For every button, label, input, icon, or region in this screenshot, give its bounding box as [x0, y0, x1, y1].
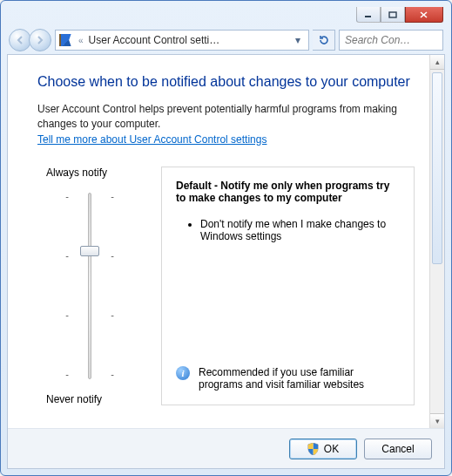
page-heading: Choose when to be notified about changes… [37, 74, 415, 90]
scrollbar-thumb[interactable] [432, 72, 442, 264]
client-area: Choose when to be notified about changes… [7, 54, 445, 469]
cancel-button[interactable]: Cancel [364, 439, 432, 459]
scroll-up-button[interactable]: ▴ [430, 55, 444, 70]
breadcrumb-chevron-icon: « [78, 36, 84, 45]
address-dropdown-icon[interactable]: ▾ [291, 34, 305, 46]
nav-toolbar: « User Account Control setti… ▾ Search C… [7, 26, 445, 54]
recommendation-text: Recommended if you use familiar programs… [199, 366, 400, 391]
info-icon: i [176, 366, 190, 380]
maximize-button[interactable] [381, 7, 405, 23]
panel-bullet: Don't notify me when I make changes to W… [200, 218, 400, 242]
recommendation-row: i Recommended if you use familiar progra… [176, 366, 400, 391]
vertical-scrollbar[interactable]: ▴ ▾ [429, 55, 444, 428]
help-link[interactable]: Tell me more about User Account Control … [37, 133, 266, 146]
slider-tick: -- [64, 191, 116, 201]
slider-tick: -- [64, 309, 116, 320]
svg-rect-1 [389, 12, 396, 17]
slider-track [88, 193, 91, 379]
intro-body: User Account Control helps prevent poten… [37, 103, 397, 130]
description-panel: Default - Notify me only when programs t… [161, 167, 415, 405]
slider-top-label: Always notify [37, 167, 142, 179]
slider-tick: -- [64, 369, 116, 379]
close-button[interactable] [405, 7, 443, 23]
ok-label: OK [324, 443, 339, 455]
scroll-down-button[interactable]: ▾ [430, 413, 444, 428]
forward-button[interactable] [29, 29, 51, 51]
minimize-button[interactable] [356, 7, 381, 23]
control-panel-icon [59, 34, 73, 46]
panel-bullet-list: Don't notify me when I make changes to W… [176, 218, 400, 242]
footer-bar: OK Cancel [8, 428, 444, 468]
intro-text: User Account Control helps prevent poten… [37, 102, 415, 147]
address-bar[interactable]: « User Account Control setti… ▾ [55, 30, 309, 51]
cancel-label: Cancel [381, 443, 414, 455]
panel-heading: Default - Notify me only when programs t… [176, 180, 400, 204]
slider-bottom-label: Never notify [37, 393, 142, 405]
content-pane: Choose when to be notified about changes… [8, 55, 444, 428]
notify-slider[interactable]: -- -- -- -- [64, 186, 116, 386]
titlebar [7, 7, 445, 26]
window-frame: « User Account Control setti… ▾ Search C… [0, 0, 452, 476]
slider-thumb[interactable] [80, 246, 99, 256]
slider-column: Always notify -- -- -- -- Never notify [37, 167, 142, 405]
breadcrumb-text: User Account Control setti… [89, 34, 286, 46]
ok-button[interactable]: OK [289, 439, 357, 459]
search-input[interactable]: Search Con… [339, 30, 443, 51]
refresh-button[interactable] [313, 30, 335, 51]
search-placeholder: Search Con… [345, 34, 410, 46]
shield-icon [307, 443, 319, 455]
